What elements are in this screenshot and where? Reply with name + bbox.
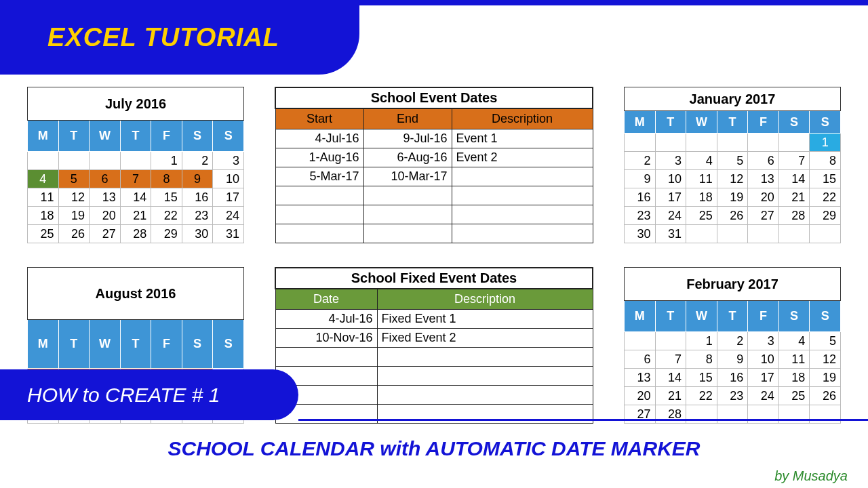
day-cell[interactable]: 30	[625, 225, 656, 243]
day-cell[interactable]: 20	[90, 207, 121, 225]
event-desc[interactable]: Event 1	[452, 129, 593, 148]
day-cell[interactable]: 13	[90, 188, 121, 207]
day-cell[interactable]: 4	[778, 332, 810, 350]
day-cell[interactable]: 7	[778, 152, 810, 170]
day-cell[interactable]: 18	[28, 207, 59, 225]
fixed-desc[interactable]	[377, 367, 593, 386]
day-cell[interactable]: 23	[625, 207, 656, 225]
day-cell[interactable]: 7	[655, 350, 686, 369]
day-cell[interactable]	[686, 134, 717, 152]
day-cell[interactable]	[655, 134, 686, 152]
day-cell[interactable]: 8	[151, 170, 182, 188]
fixed-desc[interactable]: Fixed Event 2	[377, 329, 593, 348]
day-cell[interactable]: 17	[655, 188, 686, 207]
event-start[interactable]: 4-Jul-16	[275, 129, 363, 148]
day-cell[interactable]	[120, 152, 151, 170]
event-end[interactable]	[363, 224, 452, 243]
day-cell[interactable]: 10	[213, 170, 244, 188]
day-cell[interactable]: 16	[182, 188, 213, 207]
day-cell[interactable]: 23	[182, 207, 213, 225]
day-cell[interactable]: 4	[28, 170, 59, 188]
day-cell[interactable]: 5	[717, 152, 748, 170]
day-cell[interactable]: 31	[213, 225, 244, 243]
day-cell[interactable]: 25	[778, 387, 810, 405]
day-cell[interactable]: 12	[810, 350, 841, 369]
day-cell[interactable]: 26	[810, 387, 841, 405]
event-start[interactable]	[275, 224, 363, 243]
day-cell[interactable]: 11	[686, 170, 717, 188]
day-cell[interactable]: 1	[686, 332, 717, 350]
day-cell[interactable]: 16	[625, 188, 656, 207]
day-cell[interactable]: 27	[90, 225, 121, 243]
day-cell[interactable]: 24	[748, 387, 779, 405]
day-cell[interactable]: 25	[28, 225, 59, 243]
day-cell[interactable]: 2	[625, 152, 656, 170]
day-cell[interactable]: 2	[182, 152, 213, 170]
day-cell[interactable]: 8	[810, 152, 841, 170]
day-cell[interactable]: 15	[151, 188, 182, 207]
day-cell[interactable]: 4	[686, 152, 717, 170]
day-cell[interactable]: 18	[778, 369, 810, 387]
day-cell[interactable]: 19	[717, 188, 748, 207]
day-cell[interactable]: 10	[655, 170, 686, 188]
day-cell[interactable]: 11	[28, 188, 59, 207]
day-cell[interactable]	[778, 134, 810, 152]
event-desc[interactable]: Event 2	[452, 148, 593, 167]
day-cell[interactable]: 3	[213, 152, 244, 170]
event-start[interactable]	[275, 205, 363, 224]
fixed-date[interactable]: 4-Jul-16	[275, 310, 377, 329]
day-cell[interactable]: 15	[686, 369, 717, 387]
day-cell[interactable]: 14	[120, 188, 151, 207]
day-cell[interactable]: 22	[151, 207, 182, 225]
day-cell[interactable]: 7	[120, 170, 151, 188]
event-end[interactable]: 6-Aug-16	[363, 148, 452, 167]
day-cell[interactable]	[58, 152, 90, 170]
day-cell[interactable]	[810, 225, 841, 243]
day-cell[interactable]	[625, 134, 656, 152]
event-end[interactable]	[363, 205, 452, 224]
day-cell[interactable]: 6	[748, 152, 779, 170]
day-cell[interactable]: 13	[625, 369, 656, 387]
day-cell[interactable]: 27	[748, 207, 779, 225]
day-cell[interactable]	[686, 225, 717, 243]
day-cell[interactable]: 16	[717, 369, 748, 387]
day-cell[interactable]: 6	[90, 170, 121, 188]
day-cell[interactable]: 8	[686, 350, 717, 369]
day-cell[interactable]: 29	[151, 225, 182, 243]
day-cell[interactable]: 23	[717, 387, 748, 405]
day-cell[interactable]: 6	[625, 350, 656, 369]
day-cell[interactable]: 30	[182, 225, 213, 243]
day-cell[interactable]: 9	[182, 170, 213, 188]
day-cell[interactable]: 17	[213, 188, 244, 207]
day-cell[interactable]	[748, 225, 779, 243]
day-cell[interactable]: 24	[655, 207, 686, 225]
fixed-desc[interactable]: Fixed Event 1	[377, 310, 593, 329]
event-end[interactable]: 10-Mar-17	[363, 167, 452, 186]
event-start[interactable]: 5-Mar-17	[275, 167, 363, 186]
day-cell[interactable]: 1	[151, 152, 182, 170]
day-cell[interactable]: 29	[810, 207, 841, 225]
day-cell[interactable]: 12	[58, 188, 90, 207]
day-cell[interactable]: 25	[686, 207, 717, 225]
day-cell[interactable]	[28, 152, 59, 170]
day-cell[interactable]: 21	[778, 188, 810, 207]
day-cell[interactable]: 15	[810, 170, 841, 188]
day-cell[interactable]	[655, 332, 686, 350]
event-desc[interactable]	[452, 205, 593, 224]
day-cell[interactable]: 20	[625, 387, 656, 405]
day-cell[interactable]: 13	[748, 170, 779, 188]
day-cell[interactable]: 3	[748, 332, 779, 350]
event-start[interactable]: 1-Aug-16	[275, 148, 363, 167]
day-cell[interactable]: 21	[120, 207, 151, 225]
event-end[interactable]: 9-Jul-16	[363, 129, 452, 148]
day-cell[interactable]: 31	[655, 225, 686, 243]
event-desc[interactable]	[452, 186, 593, 205]
day-cell[interactable]: 18	[686, 188, 717, 207]
day-cell[interactable]: 22	[686, 387, 717, 405]
fixed-desc[interactable]	[377, 386, 593, 405]
day-cell[interactable]: 1	[810, 134, 841, 152]
event-desc[interactable]	[452, 167, 593, 186]
event-desc[interactable]	[452, 224, 593, 243]
day-cell[interactable]	[90, 152, 121, 170]
day-cell[interactable]: 19	[810, 369, 841, 387]
